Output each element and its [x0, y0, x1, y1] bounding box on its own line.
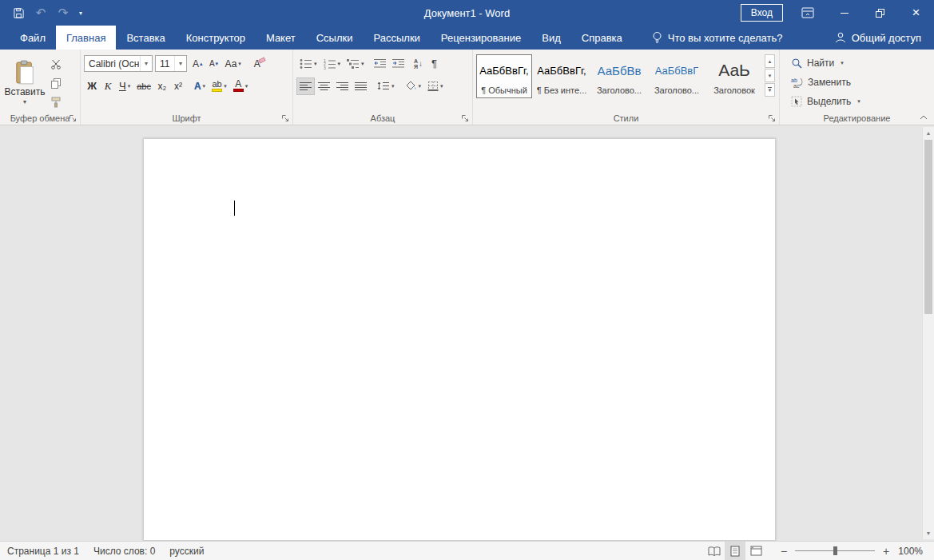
underline-button[interactable]: Ч▾	[116, 77, 133, 95]
change-case-button[interactable]: Аа▾	[222, 55, 244, 73]
italic-button[interactable]: К	[100, 77, 116, 95]
zoom-level[interactable]: 100%	[896, 546, 934, 557]
font-name-combobox[interactable]: Calibri (Осн ▾	[84, 55, 153, 72]
read-mode-button[interactable]	[704, 542, 725, 560]
style-heading1[interactable]: АаБбВв Заголово...	[591, 54, 647, 98]
tab-insert[interactable]: Вставка	[116, 26, 175, 50]
find-label: Найти	[807, 58, 834, 69]
align-center-icon	[318, 81, 330, 91]
replace-button[interactable]: abac Заменить	[788, 73, 854, 92]
chevron-down-icon: ▾	[440, 83, 443, 89]
tab-review[interactable]: Рецензирование	[431, 26, 531, 50]
ribbon-display-options-button[interactable]	[796, 2, 820, 23]
align-left-button[interactable]	[296, 77, 315, 95]
tab-mailings[interactable]: Рассылки	[363, 26, 430, 50]
shrink-font-button[interactable]: А▾	[206, 55, 222, 73]
bullets-button[interactable]: ▾	[296, 55, 320, 73]
zoom-thumb[interactable]	[833, 546, 837, 555]
subscript-button[interactable]: x₂	[154, 77, 170, 95]
restore-icon	[876, 9, 884, 18]
style-normal[interactable]: АаБбВвГг, ¶ Обычный	[476, 54, 532, 98]
multilevel-list-button[interactable]: ▾	[344, 55, 368, 73]
paste-button[interactable]: Вставить ▾	[3, 54, 46, 111]
align-center-button[interactable]	[315, 77, 333, 95]
minimize-button[interactable]	[826, 0, 862, 26]
align-right-button[interactable]	[333, 77, 352, 95]
sort-button[interactable]: АЯ ↓	[411, 55, 427, 73]
chevron-down-icon: ▾	[238, 61, 241, 67]
zoom-in-button[interactable]: +	[876, 542, 896, 560]
borders-button[interactable]: ▾	[424, 77, 447, 95]
sign-in-button[interactable]: Вход	[741, 4, 783, 22]
font-size-combobox[interactable]: 11 ▾	[155, 55, 187, 72]
tab-layout[interactable]: Макет	[256, 26, 306, 50]
format-painter-button[interactable]	[46, 93, 66, 111]
scroll-up-button[interactable]: ▲	[923, 127, 934, 139]
title-bar: ↶ ↷ ▾ Документ1 - Word Вход ×	[0, 0, 934, 26]
restore-button[interactable]	[862, 0, 898, 26]
close-button[interactable]: ×	[898, 0, 934, 26]
grow-font-button[interactable]: А▴	[189, 55, 206, 73]
clear-formatting-button[interactable]: А	[251, 55, 268, 73]
styles-more-button[interactable]: ▼	[765, 83, 775, 97]
tab-view[interactable]: Вид	[531, 26, 571, 50]
customize-qat-button[interactable]: ▾	[75, 2, 86, 23]
page-indicator[interactable]: Страница 1 из 1	[0, 542, 86, 560]
copy-button[interactable]	[46, 74, 66, 92]
chevron-down-icon: ▾	[23, 98, 26, 105]
find-button[interactable]: Найти ▾	[788, 54, 847, 73]
tab-design[interactable]: Конструктор	[176, 26, 256, 50]
web-layout-button[interactable]	[745, 542, 766, 560]
numbering-button[interactable]: 123 ▾	[320, 55, 344, 73]
scrollbar-thumb[interactable]	[924, 140, 932, 314]
tab-references[interactable]: Ссылки	[306, 26, 364, 50]
strikethrough-button[interactable]: abc	[133, 77, 154, 95]
language-indicator[interactable]: русский	[162, 542, 211, 560]
shading-button[interactable]: ▾	[402, 77, 425, 95]
select-label: Выделить	[807, 96, 851, 107]
undo-button[interactable]: ↶	[30, 2, 51, 23]
vertical-scrollbar[interactable]: ▲ ▼	[922, 127, 934, 539]
line-spacing-button[interactable]: ▾	[374, 77, 398, 95]
style-no-spacing[interactable]: АаБбВвГг, ¶ Без инте...	[534, 54, 590, 98]
show-formatting-marks-button[interactable]: ¶	[427, 55, 443, 73]
share-button[interactable]: Общий доступ	[822, 26, 934, 50]
style-heading2[interactable]: АаБбВвГ Заголово...	[649, 54, 705, 98]
zoom-slider[interactable]	[795, 542, 875, 560]
zoom-out-button[interactable]: −	[774, 542, 793, 560]
document-page[interactable]	[143, 138, 776, 541]
tell-me-box[interactable]: Что вы хотите сделать?	[647, 26, 788, 50]
increase-indent-button[interactable]	[389, 55, 407, 73]
tab-home[interactable]: Главная	[56, 26, 116, 50]
decrease-indent-button[interactable]	[371, 55, 389, 73]
highlight-color-button[interactable]: ab ▾	[209, 77, 230, 95]
save-button[interactable]	[8, 2, 29, 23]
styles-scroll-down-button[interactable]: ▼	[765, 69, 775, 82]
style-title[interactable]: АаЬ Заголовок	[706, 54, 762, 98]
collapse-ribbon-button[interactable]	[918, 113, 929, 122]
print-layout-button[interactable]	[725, 542, 745, 560]
paragraph-dialog-launcher[interactable]	[460, 113, 469, 122]
font-color-button[interactable]: А ▾	[230, 77, 252, 95]
styles-dialog-launcher[interactable]	[767, 113, 776, 122]
redo-button[interactable]: ↷	[53, 2, 74, 23]
justify-button[interactable]	[352, 77, 370, 95]
text-effects-button[interactable]: А▾	[191, 77, 209, 95]
chevron-down-icon: ▾	[140, 56, 152, 71]
tab-help[interactable]: Справка	[571, 26, 633, 50]
font-dialog-launcher[interactable]	[280, 113, 289, 122]
svg-text:3: 3	[324, 65, 326, 70]
numbered-list-icon: 123	[324, 58, 336, 70]
font-name-value: Calibri (Осн	[89, 58, 140, 70]
clipboard-dialog-launcher[interactable]	[68, 113, 77, 122]
scroll-down-button[interactable]: ▼	[923, 527, 934, 539]
superscript-button[interactable]: x²	[170, 77, 186, 95]
word-count[interactable]: Число слов: 0	[86, 542, 162, 560]
chevron-down-icon: ▾	[314, 61, 317, 67]
bold-button[interactable]: Ж	[84, 77, 100, 95]
cut-button[interactable]	[46, 55, 66, 73]
styles-scroll-up-button[interactable]: ▲	[765, 54, 775, 68]
select-button[interactable]: Выделить ▾	[788, 92, 864, 111]
tab-file[interactable]: Файл	[10, 26, 56, 50]
font-size-value: 11	[160, 58, 174, 70]
